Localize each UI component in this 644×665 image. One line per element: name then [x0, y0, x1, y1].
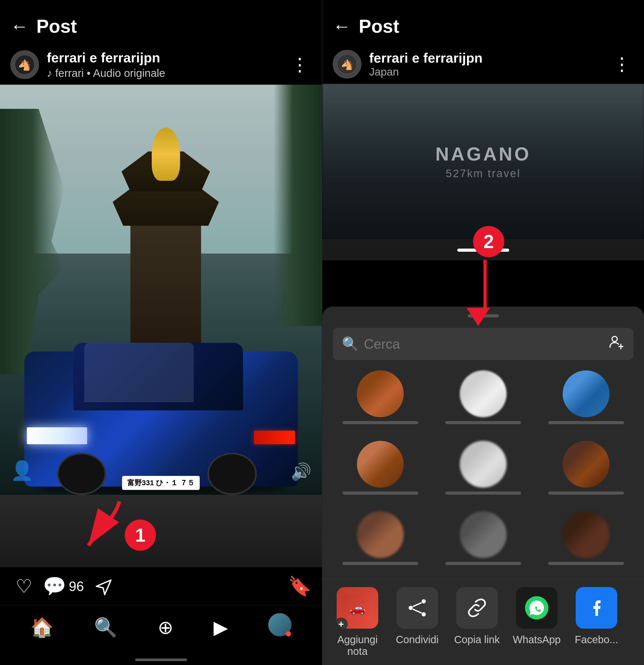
contact-item-2[interactable]	[436, 370, 531, 433]
nav-search-button[interactable]: 🔍	[94, 616, 117, 639]
contact-item-3[interactable]	[538, 370, 633, 433]
car-wheel-right	[208, 453, 257, 495]
left-action-bar: ♡ 💬 96 🔖	[0, 567, 322, 605]
left-username: ferrari e ferrarijpn	[47, 50, 280, 65]
search-icon: 🔍	[342, 336, 359, 352]
right-panel: ← Post 🐴 ferrari e ferrarijpn Japan ⋮ NA…	[322, 0, 644, 665]
car-rear-lights	[254, 431, 295, 444]
back-button-right[interactable]: ←	[333, 17, 351, 35]
share-action-copy-link[interactable]: Copia link	[447, 587, 507, 646]
search-input[interactable]	[364, 336, 604, 352]
nagano-overlay: NAGANO 527km travel	[435, 144, 531, 180]
copia-link-label: Copia link	[454, 634, 500, 646]
temple-gold-top	[152, 128, 180, 180]
send-icon	[94, 577, 113, 596]
add-person-button[interactable]	[609, 334, 625, 354]
contact-name-9	[548, 562, 624, 565]
contact-item-8[interactable]	[436, 511, 531, 574]
right-user-location: Japan	[369, 66, 602, 78]
avatar-right[interactable]: 🐴	[333, 50, 361, 78]
profile-notification-dot	[286, 631, 291, 636]
comment-count: 96	[69, 578, 84, 594]
right-username: ferrari e ferrarijpn	[369, 50, 602, 66]
left-user-row: 🐴 ferrari e ferrarijpn ♪ ferrari • Audio…	[0, 45, 322, 85]
contacts-grid	[322, 365, 644, 579]
share-icon-svg	[405, 596, 429, 620]
svg-text:🐴: 🐴	[341, 59, 354, 71]
annotation-2-arrow-head	[467, 308, 490, 326]
share-action-add-note[interactable]: 🚗 + Aggiunginota	[327, 587, 387, 657]
bookmark-button[interactable]: 🔖	[288, 575, 311, 597]
condividi-label: Condividi	[396, 634, 439, 646]
more-options-button-right[interactable]: ⋮	[610, 54, 633, 75]
back-button[interactable]: ←	[11, 17, 29, 35]
license-plate: 富野331 ひ・１ ７５	[122, 476, 200, 490]
left-bottom-indicator	[0, 654, 322, 665]
contact-item-1[interactable]	[333, 370, 428, 433]
nagano-title: NAGANO	[435, 144, 531, 165]
contact-name-1	[342, 421, 418, 424]
contact-avatar-5	[460, 441, 507, 488]
nav-add-button[interactable]: ⊕	[158, 616, 173, 638]
car-image: 富野331 ひ・１ ７５	[24, 326, 298, 495]
contact-avatar-4	[357, 441, 404, 488]
volume-icon[interactable]: 🔊	[291, 462, 311, 481]
contact-avatar-2	[460, 370, 507, 417]
contact-avatar-8	[460, 511, 507, 558]
contact-item-4[interactable]	[333, 441, 428, 504]
contact-item-5[interactable]	[436, 441, 531, 504]
avatar-left[interactable]: 🐴	[11, 51, 39, 79]
share-button[interactable]	[89, 577, 118, 596]
right-header: ← Post	[322, 0, 644, 45]
share-action-facebook[interactable]: Facebo...	[567, 587, 626, 646]
share-actions-row: 🚗 + Aggiunginota	[322, 579, 644, 665]
contact-name-4	[342, 492, 418, 495]
copia-link-icon	[456, 587, 498, 629]
left-nav-indicator	[135, 659, 187, 661]
facebook-label: Facebo...	[575, 634, 618, 646]
ground	[0, 495, 322, 567]
post-background: 富野331 ひ・１ ７５ 👤 🔊	[0, 85, 322, 567]
link-icon-svg	[465, 596, 489, 620]
nav-home-button[interactable]: 🏠	[31, 616, 54, 639]
right-user-row: 🐴 ferrari e ferrarijpn Japan ⋮	[322, 45, 644, 84]
add-note-icon: 🚗 +	[337, 587, 378, 629]
svg-point-8	[422, 612, 426, 616]
svg-text:🐴: 🐴	[18, 59, 31, 71]
contact-avatar-7	[357, 511, 404, 558]
add-note-label: Aggiunginota	[337, 634, 378, 657]
right-user-info: ferrari e ferrarijpn Japan	[369, 50, 602, 78]
comment-button[interactable]: 💬 96	[38, 575, 89, 597]
contact-name-3	[548, 421, 624, 424]
svg-line-9	[413, 603, 422, 607]
car-front-lights	[27, 427, 87, 444]
condividi-icon	[396, 587, 438, 629]
facebook-icon-svg	[585, 596, 608, 620]
contact-avatar-1	[357, 370, 404, 417]
nav-reels-button[interactable]: ▶	[213, 616, 228, 638]
add-person-icon-svg	[609, 334, 625, 350]
contact-item-9[interactable]	[538, 511, 633, 574]
right-post-bg: NAGANO 527km travel	[322, 84, 644, 240]
share-sheet: 🔍	[322, 306, 644, 665]
page-title-left: Post	[36, 16, 77, 37]
more-options-button-left[interactable]: ⋮	[288, 54, 311, 75]
nagano-subtitle: 527km travel	[435, 167, 531, 180]
user-icon[interactable]: 👤	[11, 459, 34, 481]
contact-item-7[interactable]	[333, 511, 428, 574]
like-button[interactable]: ♡	[11, 575, 38, 597]
svg-point-5	[612, 336, 617, 342]
search-bar[interactable]: 🔍	[333, 328, 633, 360]
share-action-whatsapp[interactable]: WhatsApp	[507, 587, 567, 646]
contact-name-5	[445, 492, 522, 495]
facebook-icon	[576, 587, 617, 629]
contact-avatar-6	[563, 441, 609, 488]
svg-point-6	[409, 606, 413, 610]
left-audio-info: ♪ ferrari • Audio originale	[47, 67, 280, 79]
contact-name-7	[342, 562, 418, 565]
whatsapp-label: WhatsApp	[513, 634, 561, 646]
svg-line-10	[413, 609, 422, 613]
contact-item-6[interactable]	[538, 441, 633, 504]
contact-name-6	[548, 492, 624, 495]
share-action-share[interactable]: Condividi	[387, 587, 447, 646]
